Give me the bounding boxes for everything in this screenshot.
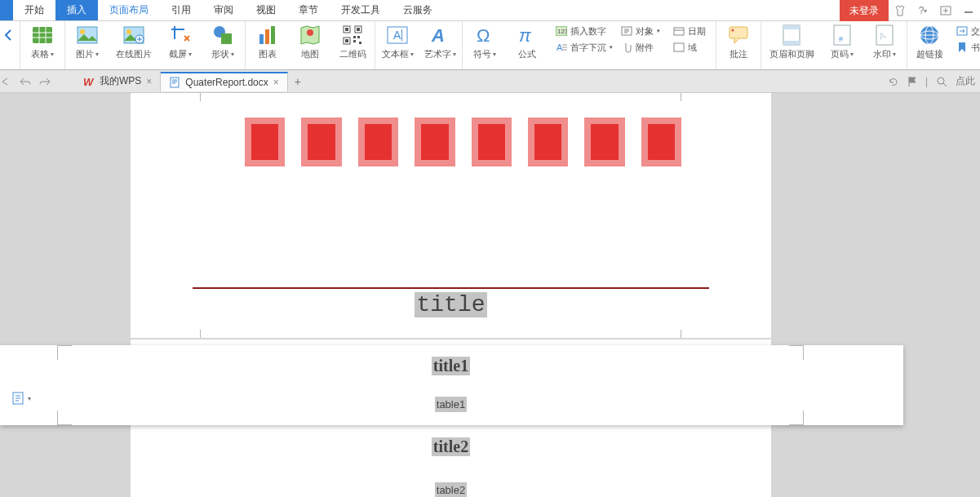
svg-text:A: A: [393, 29, 401, 42]
app-menu-button[interactable]: [0, 0, 13, 20]
svg-text:A: A: [431, 25, 445, 46]
comment-button[interactable]: 批注: [721, 24, 756, 60]
flag-icon[interactable]: [907, 76, 917, 87]
svg-rect-24: [353, 36, 356, 38]
help-icon[interactable]: ?▾: [911, 0, 934, 21]
svg-rect-48: [783, 41, 800, 45]
skin-icon[interactable]: [889, 0, 911, 21]
crossref-button[interactable]: 交叉引用: [956, 24, 980, 38]
svg-rect-13: [221, 33, 232, 44]
svg-rect-30: [401, 29, 402, 41]
window-mode-icon[interactable]: [934, 0, 957, 21]
datetime-button[interactable]: 日期: [673, 24, 711, 38]
menu-tab-devtools[interactable]: 开发工具: [330, 0, 392, 20]
doc-icon: [169, 77, 180, 88]
document-tab-bar: W 我的WPS × QuaterReport.docx × + | 点此: [0, 70, 980, 93]
svg-rect-27: [359, 42, 361, 44]
minimize-icon[interactable]: [957, 0, 980, 21]
svg-point-68: [938, 78, 944, 84]
map-button[interactable]: 地图: [293, 24, 327, 60]
page-number-button[interactable]: # 页码▾: [825, 24, 859, 60]
sync-icon[interactable]: [888, 76, 899, 87]
home-tab[interactable]: W 我的WPS ×: [75, 72, 161, 91]
nav-back-icon[interactable]: [0, 77, 20, 87]
menu-tab-section[interactable]: 章节: [287, 0, 330, 20]
ribbon-expand-icon[interactable]: [2, 24, 15, 47]
title-corner: 未登录 ?▾: [840, 0, 980, 21]
menu-tab-insert[interactable]: 插入: [55, 0, 98, 20]
hyperlink-button[interactable]: 超链接: [912, 24, 947, 60]
svg-rect-41: [674, 28, 684, 35]
document-tab-label: QuaterReport.docx: [185, 77, 268, 88]
svg-rect-16: [271, 26, 275, 44]
textbox-button[interactable]: A 文本框▾: [380, 24, 415, 60]
svg-text:#: #: [839, 35, 843, 43]
document-area: title title2 table2 ▾ title1 table1: [0, 93, 980, 497]
login-button[interactable]: 未登录: [840, 0, 889, 21]
object-button[interactable]: 对象▾: [621, 24, 665, 38]
table-label-1[interactable]: table1: [435, 397, 467, 412]
svg-rect-2: [33, 27, 52, 43]
home-tab-close-icon[interactable]: ×: [146, 76, 152, 87]
svg-point-10: [126, 29, 131, 34]
svg-rect-43: [674, 43, 684, 51]
online-picture-button[interactable]: 在线图片: [113, 24, 155, 60]
attachment-button[interactable]: 附件: [621, 40, 665, 55]
menu-tab-cloud[interactable]: 云服务: [392, 0, 444, 20]
svg-rect-26: [353, 40, 356, 42]
selection-panel: ▾ title1 table1: [0, 345, 903, 425]
horizontal-rule: [193, 287, 709, 289]
menu-tab-pagelayout[interactable]: 页面布局: [98, 0, 160, 20]
insert-number-button[interactable]: 123插入数字: [556, 24, 613, 38]
search-icon[interactable]: [936, 76, 947, 87]
subtitle-2[interactable]: title2: [432, 437, 470, 456]
click-here-label[interactable]: 点此: [956, 74, 975, 88]
subtitle-1[interactable]: title1: [432, 357, 470, 375]
header-footer-button[interactable]: 页眉和页脚: [766, 24, 817, 60]
menu-tab-start[interactable]: 开始: [13, 0, 55, 20]
svg-rect-14: [259, 34, 264, 44]
picture-button[interactable]: 图片▾: [70, 24, 104, 60]
add-tab-button[interactable]: +: [288, 75, 308, 88]
svg-rect-47: [783, 25, 800, 29]
watermark-button[interactable]: A 水印▾: [867, 24, 902, 60]
wps-logo-icon: W: [83, 76, 95, 87]
svg-point-17: [307, 29, 313, 36]
menu-tab-review[interactable]: 审阅: [202, 0, 245, 20]
svg-text:A: A: [557, 42, 563, 52]
screenshot-button[interactable]: 截屏▾: [163, 24, 197, 60]
svg-text:Ω: Ω: [477, 25, 490, 46]
svg-rect-25: [357, 36, 360, 38]
svg-rect-22: [357, 28, 360, 31]
qrcode-button[interactable]: 二维码: [335, 24, 370, 60]
wordart-button[interactable]: A 艺术字▾: [423, 24, 457, 60]
document-tab[interactable]: QuaterReport.docx ×: [161, 72, 287, 91]
svg-text:π: π: [519, 25, 532, 46]
menu-tab-reference[interactable]: 引用: [160, 0, 202, 20]
svg-rect-44: [729, 27, 747, 38]
chart-button[interactable]: 图表: [251, 24, 285, 60]
redo-icon[interactable]: [39, 77, 59, 87]
field-button[interactable]: 域: [673, 40, 711, 55]
ribbon: 表格▾ 图片▾ 在线图片 截屏▾ 形状▾: [0, 21, 980, 70]
svg-point-45: [732, 29, 734, 32]
shapes-button[interactable]: 形状▾: [206, 24, 240, 60]
document-page-1[interactable]: title: [131, 93, 771, 338]
svg-rect-67: [171, 78, 179, 87]
home-tab-label: 我的WPS: [100, 74, 141, 88]
svg-point-8: [80, 29, 85, 34]
symbol-button[interactable]: Ω 符号▾: [468, 24, 502, 60]
undo-icon[interactable]: [20, 77, 39, 87]
equation-button[interactable]: π 公式: [510, 24, 544, 60]
table-button[interactable]: 表格▾: [25, 24, 60, 60]
menu-bar: 开始 插入 页面布局 引用 审阅 视图 章节 开发工具 云服务 未登录 ?▾: [0, 0, 980, 21]
dropcap-button[interactable]: A首字下沉▾: [556, 40, 613, 55]
bookmark-button[interactable]: 书签: [956, 40, 980, 55]
document-tab-close-icon[interactable]: ×: [273, 77, 279, 88]
table-label-2[interactable]: table2: [435, 482, 467, 497]
document-title[interactable]: title: [415, 292, 486, 317]
paste-options-button[interactable]: ▾: [11, 391, 31, 406]
svg-rect-15: [265, 29, 269, 44]
redacted-header-image: [245, 118, 681, 166]
menu-tab-view[interactable]: 视图: [245, 0, 287, 20]
